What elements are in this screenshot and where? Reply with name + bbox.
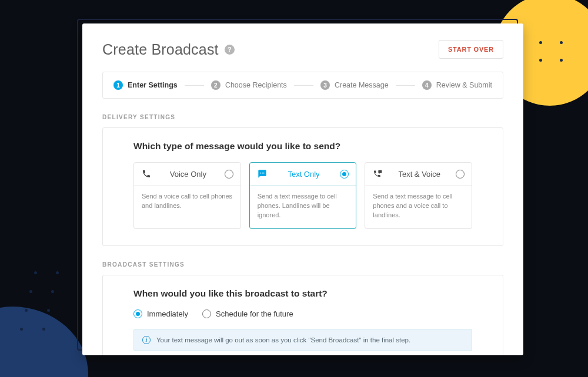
timing-label: Immediately <box>147 309 188 318</box>
option-description: Send a text message to cell phones and a… <box>365 186 472 228</box>
start-over-button[interactable]: START OVER <box>439 40 503 59</box>
step-number: 1 <box>113 80 123 90</box>
step-number: 2 <box>211 80 220 90</box>
decorative-dots-top-right <box>519 41 566 76</box>
timing-immediately[interactable]: Immediately <box>133 309 188 318</box>
phone-icon <box>141 169 152 179</box>
step-connector <box>185 85 204 86</box>
svg-point-1 <box>262 173 263 174</box>
option-title: Text & Voice <box>389 170 450 179</box>
info-text: Your text message will go out as soon as… <box>156 336 410 344</box>
broadcast-settings-panel: When would you like this broadcast to st… <box>102 275 503 355</box>
step-enter-settings[interactable]: 1 Enter Settings <box>113 80 178 90</box>
radio-indicator <box>202 309 211 318</box>
broadcast-section-label: BROADCAST SETTINGS <box>102 261 503 268</box>
step-review-submit[interactable]: 4 Review & Submit <box>422 80 492 90</box>
timing-label: Schedule for the future <box>216 309 293 318</box>
radio-indicator <box>340 170 349 179</box>
option-text-and-voice[interactable]: Text & Voice Send a text message to cell… <box>365 162 472 229</box>
option-description: Send a voice call to cell phones and lan… <box>134 186 240 219</box>
timing-schedule[interactable]: Schedule for the future <box>202 309 293 318</box>
option-voice-only[interactable]: Voice Only Send a voice call to cell pho… <box>133 162 241 229</box>
step-label: Choose Recipients <box>225 81 287 89</box>
radio-indicator <box>133 309 142 318</box>
broadcast-question: When would you like this broadcast to st… <box>133 288 472 299</box>
broadcast-wizard-card: Create Broadcast ? START OVER 1 Enter Se… <box>82 23 523 355</box>
step-number: 4 <box>422 80 432 90</box>
option-text-only[interactable]: Text Only Send a text message to cell ph… <box>249 162 357 229</box>
phone-chat-icon <box>372 169 383 179</box>
step-label: Review & Submit <box>436 81 492 89</box>
chat-icon <box>257 169 268 179</box>
option-title: Voice Only <box>158 170 219 179</box>
step-connector <box>294 85 313 86</box>
info-icon: i <box>142 336 151 344</box>
delivery-section-label: DELIVERY SETTINGS <box>102 114 503 120</box>
svg-point-0 <box>260 173 261 174</box>
radio-indicator <box>456 170 465 179</box>
page-title: Create Broadcast <box>102 41 219 58</box>
step-connector <box>396 85 415 86</box>
step-label: Create Message <box>335 81 389 89</box>
radio-indicator <box>225 170 233 179</box>
help-icon[interactable]: ? <box>225 45 235 55</box>
decorative-dots-bottom-left <box>24 271 71 330</box>
delivery-settings-panel: Which type of message would you like to … <box>102 127 503 246</box>
step-choose-recipients[interactable]: 2 Choose Recipients <box>211 80 287 90</box>
step-label: Enter Settings <box>128 81 178 89</box>
option-description: Send a text message to cell phones. Land… <box>250 186 356 228</box>
info-banner: i Your text message will go out as soon … <box>133 329 472 351</box>
option-title: Text Only <box>273 170 335 179</box>
step-create-message[interactable]: 3 Create Message <box>320 80 389 90</box>
step-number: 3 <box>320 80 330 90</box>
svg-point-2 <box>263 173 264 174</box>
wizard-stepper: 1 Enter Settings 2 Choose Recipients 3 C… <box>102 72 503 99</box>
delivery-question: Which type of message would you like to … <box>133 141 472 152</box>
